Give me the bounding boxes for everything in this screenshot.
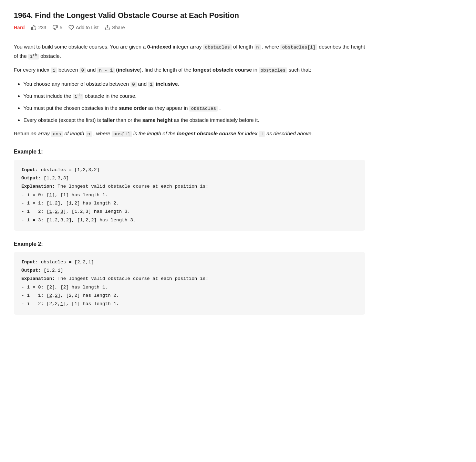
example-1-section: Example 1: Input: obstacles = [1,2,3,2] … — [14, 149, 365, 231]
description-paragraph-2: For every index i between 0 and n - 1 (i… — [14, 65, 365, 75]
share-label: Share — [112, 25, 125, 30]
add-to-list-label: Add to List — [76, 25, 99, 30]
condition-item-3: You must put the chosen obstacles in the… — [23, 104, 365, 113]
meta-row: Hard 233 5 Add to List Share — [14, 25, 365, 36]
dislikes-count: 5 — [60, 25, 62, 30]
example-1-code: Input: obstacles = [1,2,3,2] Output: [1,… — [14, 160, 365, 231]
thumbs-up-icon — [31, 25, 37, 30]
heart-icon — [69, 25, 74, 30]
add-to-list-button[interactable]: Add to List — [69, 25, 99, 30]
condition-item-2: You must include the ith obstacle in the… — [23, 92, 365, 101]
thumbs-down-icon — [52, 25, 58, 30]
example-2-code: Input: obstacles = [2,2,1] Output: [1,2,… — [14, 252, 365, 315]
example-1-title: Example 1: — [14, 149, 365, 155]
share-icon — [105, 25, 110, 30]
likes-button[interactable]: 233 — [31, 25, 46, 30]
example-2-section: Example 2: Input: obstacles = [2,2,1] Ou… — [14, 241, 365, 315]
example-2-title: Example 2: — [14, 241, 365, 247]
condition-item-1: You choose any number of obstacles betwe… — [23, 80, 365, 89]
condition-item-4: Every obstacle (except the first) is tal… — [23, 116, 365, 125]
problem-title: 1964. Find the Longest Valid Obstacle Co… — [14, 11, 365, 20]
description-paragraph-1: You want to build some obstacle courses.… — [14, 42, 365, 61]
return-description: Return an array ans of length n , where … — [14, 129, 365, 138]
likes-count: 233 — [38, 25, 46, 30]
condition-list: You choose any number of obstacles betwe… — [23, 80, 365, 124]
share-button[interactable]: Share — [105, 25, 125, 30]
dislikes-button[interactable]: 5 — [52, 25, 62, 30]
difficulty-badge: Hard — [14, 25, 25, 30]
problem-description: You want to build some obstacle courses.… — [14, 42, 365, 138]
